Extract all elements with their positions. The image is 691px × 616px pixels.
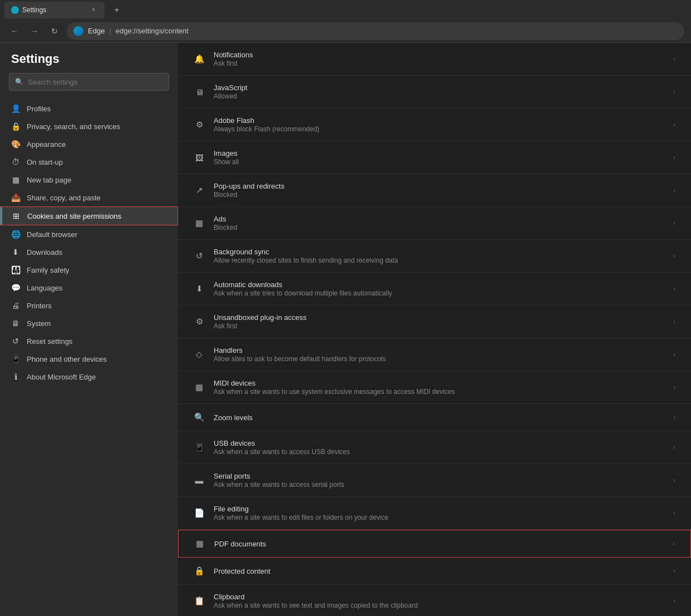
sidebar-item-reset-settings[interactable]: ↺Reset settings — [0, 332, 178, 350]
sidebar-item-cookies-site-permissions[interactable]: ⊞Cookies and site permissions — [0, 206, 178, 225]
settings-text-automatic-downloads: Automatic downloadsAsk when a site tries… — [214, 280, 664, 297]
settings-title-images: Images — [214, 149, 664, 157]
chevron-icon-background-sync: › — [673, 252, 675, 260]
settings-item-usb-devices[interactable]: 📱USB devicesAsk when a site wants to acc… — [178, 431, 691, 464]
settings-item-automatic-downloads[interactable]: ⬇Automatic downloadsAsk when a site trie… — [178, 273, 691, 305]
settings-subtitle-usb-devices: Ask when a site wants to access USB devi… — [214, 448, 664, 456]
settings-item-popups-redirects[interactable]: ↗Pop-ups and redirectsBlocked› — [178, 174, 691, 207]
settings-item-adobe-flash[interactable]: ⚙Adobe FlashAlways block Flash (recommen… — [178, 109, 691, 141]
settings-title-notifications: Notifications — [214, 51, 664, 59]
sidebar-item-default-browser[interactable]: 🌐Default browser — [0, 225, 178, 243]
settings-item-serial-ports[interactable]: ▬Serial portsAsk when a site wants to ac… — [178, 464, 691, 497]
settings-icon-usb-devices: 📱 — [194, 442, 205, 453]
search-box[interactable]: 🔍 — [9, 73, 169, 91]
settings-item-handlers[interactable]: ◇HandlersAllow sites to ask to become de… — [178, 338, 691, 371]
forward-button[interactable]: → — [27, 23, 42, 39]
settings-text-popups-redirects: Pop-ups and redirectsBlocked — [214, 182, 664, 199]
title-bar: Settings × + — [0, 0, 691, 19]
settings-text-notifications: NotificationsAsk first — [214, 51, 664, 67]
search-icon: 🔍 — [15, 78, 23, 86]
settings-tab[interactable]: Settings × — [4, 2, 105, 18]
sidebar-item-appearance[interactable]: 🎨Appearance — [0, 135, 178, 153]
sidebar-item-family-safety[interactable]: 👨‍👩‍👧Family safety — [0, 261, 178, 279]
settings-subtitle-background-sync: Allow recently closed sites to finish se… — [214, 257, 664, 264]
sidebar-label-share-copy-paste: Share, copy, and paste — [27, 194, 101, 202]
settings-item-images[interactable]: 🖼ImagesShow all› — [178, 141, 691, 174]
tab-close-button[interactable]: × — [89, 6, 98, 14]
settings-subtitle-notifications: Ask first — [214, 60, 664, 67]
sidebar-item-new-tab-page[interactable]: ▦New tab page — [0, 171, 178, 189]
settings-item-pdf-documents[interactable]: ▦PDF documents› — [178, 530, 691, 558]
settings-icon-automatic-downloads: ⬇ — [194, 283, 205, 294]
settings-item-protected-content[interactable]: 🔒Protected content› — [178, 558, 691, 585]
settings-icon-unsandboxed-plugin: ⚙ — [194, 316, 205, 327]
settings-item-background-sync[interactable]: ↺Background syncAllow recently closed si… — [178, 240, 691, 273]
settings-title-javascript: JavaScript — [214, 83, 664, 92]
sidebar-icon-printers: 🖨 — [11, 301, 20, 310]
sidebar-label-new-tab-page: New tab page — [27, 176, 71, 184]
sidebar-item-about-edge[interactable]: ℹAbout Microsoft Edge — [0, 368, 178, 386]
sidebar-label-about-edge: About Microsoft Edge — [27, 373, 96, 381]
sidebar-items-container: 👤Profiles🔒Privacy, search, and services🎨… — [0, 100, 178, 386]
sidebar-icon-languages: 💬 — [11, 283, 20, 292]
chevron-icon-pdf-documents: › — [673, 540, 675, 548]
settings-text-protected-content: Protected content — [214, 567, 664, 575]
sidebar-item-phone-other-devices[interactable]: 📱Phone and other devices — [0, 350, 178, 368]
settings-item-javascript[interactable]: 🖥JavaScriptAllowed› — [178, 76, 691, 109]
settings-item-unsandboxed-plugin[interactable]: ⚙Unsandboxed plug-in accessAsk first› — [178, 305, 691, 338]
chevron-icon-protected-content: › — [673, 567, 675, 575]
settings-icon-notifications: 🔔 — [194, 53, 205, 65]
chevron-icon-popups-redirects: › — [673, 186, 675, 194]
address-bar[interactable]: Edge | edge://settings/content — [67, 22, 684, 40]
settings-text-handlers: HandlersAllow sites to ask to become def… — [214, 346, 664, 363]
chevron-icon-usb-devices: › — [673, 443, 675, 451]
settings-item-midi-devices[interactable]: ▦MIDI devicesAsk when a site wants to us… — [178, 371, 691, 404]
settings-text-images: ImagesShow all — [214, 149, 664, 166]
settings-subtitle-ads: Blocked — [214, 224, 664, 231]
sidebar-icon-on-start-up: ⏱ — [11, 157, 20, 166]
sidebar-item-printers[interactable]: 🖨Printers — [0, 297, 178, 314]
settings-text-serial-ports: Serial portsAsk when a site wants to acc… — [214, 472, 664, 489]
chevron-icon-midi-devices: › — [673, 383, 675, 391]
settings-icon-clipboard: 📋 — [194, 595, 205, 607]
sidebar-item-privacy[interactable]: 🔒Privacy, search, and services — [0, 117, 178, 135]
sidebar-label-profiles: Profiles — [27, 105, 51, 113]
refresh-button[interactable]: ↻ — [47, 23, 62, 39]
sidebar-item-downloads[interactable]: ⬇Downloads — [0, 243, 178, 261]
settings-title-adobe-flash: Adobe Flash — [214, 116, 664, 125]
sidebar-label-printers: Printers — [27, 302, 52, 310]
settings-item-file-editing[interactable]: 📄File editingAsk when a site wants to ed… — [178, 497, 691, 530]
sidebar-item-share-copy-paste[interactable]: 📤Share, copy, and paste — [0, 189, 178, 206]
edge-label: Edge — [88, 27, 105, 35]
settings-item-ads[interactable]: ▦AdsBlocked› — [178, 207, 691, 240]
sidebar-item-system[interactable]: 🖥System — [0, 314, 178, 332]
chevron-icon-serial-ports: › — [673, 476, 675, 484]
settings-title-unsandboxed-plugin: Unsandboxed plug-in access — [214, 313, 664, 322]
sidebar-label-cookies-site-permissions: Cookies and site permissions — [27, 212, 121, 220]
sidebar-label-privacy: Privacy, search, and services — [27, 122, 120, 131]
settings-item-notifications[interactable]: 🔔NotificationsAsk first› — [178, 43, 691, 76]
main-layout: Settings 🔍 👤Profiles🔒Privacy, search, an… — [0, 43, 691, 616]
settings-subtitle-unsandboxed-plugin: Ask first — [214, 322, 664, 330]
nav-bar: ← → ↻ Edge | edge://settings/content — [0, 19, 691, 43]
sidebar-item-on-start-up[interactable]: ⏱On start-up — [0, 153, 178, 171]
sidebar-item-languages[interactable]: 💬Languages — [0, 279, 178, 297]
settings-icon-protected-content: 🔒 — [194, 565, 205, 576]
settings-icon-javascript: 🖥 — [194, 86, 205, 97]
chevron-icon-zoom-levels: › — [673, 413, 675, 421]
back-button[interactable]: ← — [7, 23, 22, 39]
chevron-icon-handlers: › — [673, 351, 675, 358]
sidebar-item-profiles[interactable]: 👤Profiles — [0, 100, 178, 117]
sidebar-icon-privacy: 🔒 — [11, 122, 20, 131]
settings-item-zoom-levels[interactable]: 🔍Zoom levels› — [178, 404, 691, 431]
tab-favicon — [11, 6, 19, 14]
settings-icon-images: 🖼 — [194, 152, 205, 163]
settings-text-clipboard: ClipboardAsk when a site wants to see te… — [214, 593, 664, 609]
sidebar-label-languages: Languages — [27, 284, 62, 292]
search-input[interactable] — [28, 78, 163, 86]
new-tab-button[interactable]: + — [109, 2, 125, 18]
edge-logo-icon — [73, 26, 83, 36]
chevron-icon-ads: › — [673, 219, 675, 227]
settings-item-clipboard[interactable]: 📋ClipboardAsk when a site wants to see t… — [178, 585, 691, 616]
chevron-icon-adobe-flash: › — [673, 121, 675, 129]
